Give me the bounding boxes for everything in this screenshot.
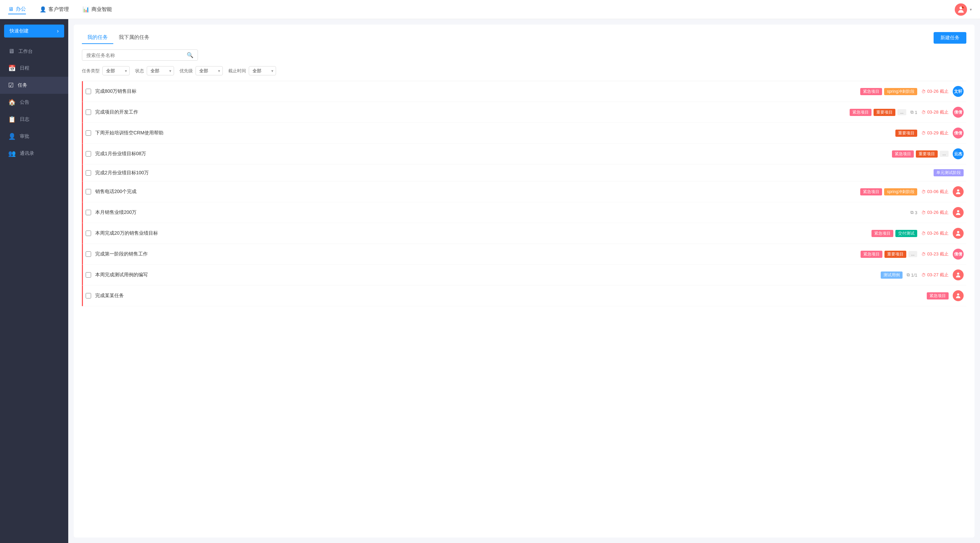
- nav-item-customer[interactable]: 👤 客户管理: [40, 5, 69, 14]
- task-tag[interactable]: 紧急项目: [860, 188, 882, 195]
- nav-item-office[interactable]: 🖥 办公: [8, 5, 26, 14]
- approval-icon: 👤: [8, 133, 16, 140]
- sidebar-item-task[interactable]: ☑ 任务: [0, 77, 68, 94]
- search-input[interactable]: [86, 52, 187, 58]
- filter-group-status: 状态 全部: [135, 66, 174, 75]
- task-name: 本月销售业绩200万: [95, 210, 902, 216]
- user-avatar[interactable]: [955, 3, 967, 16]
- task-tag[interactable]: 重要项目: [916, 151, 938, 157]
- task-avatar[interactable]: 文轩: [953, 86, 964, 97]
- task-panel: 我的任务 我下属的任务 新建任务 🔍 任务类型: [74, 25, 975, 538]
- priority-select[interactable]: 全部: [196, 66, 223, 75]
- task-tag[interactable]: spring冲刺阶段: [884, 188, 917, 195]
- task-avatar[interactable]: [953, 186, 964, 197]
- task-row: 本周完成20万的销售业绩目标紧急项目交付测试⏱ 03-26 截止: [82, 223, 966, 244]
- workbench-icon: 🖥: [8, 48, 14, 55]
- task-tag[interactable]: 紧急项目: [872, 230, 893, 237]
- task-list: 完成800万销售目标紧急项目spring冲刺阶段⏱ 03-26 截止文轩完成项目…: [82, 81, 966, 531]
- customer-icon: 👤: [40, 6, 46, 13]
- office-icon: 🖥: [8, 6, 14, 12]
- task-avatar[interactable]: 倩倩: [953, 249, 964, 260]
- quick-create-button[interactable]: 快速创建 ›: [4, 25, 64, 38]
- sidebar-item-contacts[interactable]: 👥 通讯录: [0, 145, 68, 162]
- sidebar-menu: 🖥 工作台 📅 日程 ☑ 任务 🏠 公告 📋 日志 👤 审批: [0, 43, 68, 162]
- sidebar-item-notice[interactable]: 🏠 公告: [0, 94, 68, 111]
- task-tag[interactable]: 测试用例: [881, 272, 902, 279]
- task-checkbox[interactable]: [86, 89, 91, 94]
- task-row: 完成1月份业绩目标08万紧急项目重要项目...云杰: [82, 144, 966, 164]
- task-avatar[interactable]: [953, 270, 964, 280]
- task-tag[interactable]: 紧急项目: [850, 109, 872, 116]
- nav-items: 🖥 办公 👤 客户管理 📊 商业智能: [8, 5, 955, 14]
- search-bar: 🔍: [82, 49, 198, 61]
- nav-item-bi[interactable]: 📊 商业智能: [83, 5, 112, 14]
- task-tag[interactable]: ...: [940, 151, 948, 157]
- task-tag[interactable]: 紧急项目: [892, 151, 914, 157]
- task-tag[interactable]: 重要项目: [896, 130, 917, 137]
- task-name: 完成1月份业绩目标08万: [95, 151, 888, 157]
- sidebar-item-task-label: 任务: [18, 82, 27, 88]
- status-select[interactable]: 全部: [147, 66, 174, 75]
- task-tag[interactable]: 紧急项目: [927, 292, 948, 300]
- task-avatar[interactable]: 倩倩: [953, 127, 964, 138]
- bi-icon: 📊: [83, 6, 89, 13]
- task-type-select[interactable]: 全部: [102, 66, 130, 75]
- log-icon: 📋: [8, 116, 16, 123]
- task-checkbox[interactable]: [86, 230, 91, 236]
- task-tag[interactable]: 交付测试: [896, 230, 917, 237]
- task-avatar[interactable]: [953, 228, 964, 239]
- svg-point-4: [957, 210, 959, 212]
- tab-subordinate-tasks[interactable]: 我下属的任务: [113, 32, 155, 44]
- clock-icon: ⏱: [921, 231, 926, 236]
- task-avatar[interactable]: 云杰: [953, 148, 964, 159]
- task-avatar[interactable]: [953, 290, 964, 301]
- clock-icon: ⏱: [921, 189, 926, 194]
- task-name: 销售电话200个完成: [95, 189, 856, 195]
- task-row: 本周完成测试用例的编写测试用例⧉ 1/1⏱ 03-27 截止: [82, 265, 966, 286]
- sidebar-item-workbench[interactable]: 🖥 工作台: [0, 43, 68, 60]
- content-area: 我的任务 我下属的任务 新建任务 🔍 任务类型: [68, 19, 980, 543]
- task-name: 本周完成测试用例的编写: [95, 272, 877, 278]
- sidebar-item-schedule[interactable]: 📅 日程: [0, 60, 68, 77]
- subtask-icon: ⧉: [910, 210, 913, 215]
- task-checkbox[interactable]: [86, 130, 91, 136]
- task-checkbox[interactable]: [86, 272, 91, 278]
- task-row: 完成800万销售目标紧急项目spring冲刺阶段⏱ 03-26 截止文轩: [82, 81, 966, 102]
- tabs-row: 我的任务 我下属的任务 新建任务: [82, 32, 966, 44]
- task-checkbox[interactable]: [86, 189, 91, 194]
- new-task-button[interactable]: 新建任务: [934, 32, 966, 44]
- top-nav: 🖥 办公 👤 客户管理 📊 商业智能 ▾: [0, 0, 980, 19]
- filter-group-task-type: 任务类型 全部: [82, 66, 130, 75]
- tab-my-tasks[interactable]: 我的任务: [82, 32, 113, 44]
- task-deadline: ⏱ 03-23 截止: [921, 251, 948, 257]
- task-deadline: ⏱ 03-27 截止: [921, 272, 948, 278]
- task-deadline: ⏱ 03-28 截止: [921, 109, 948, 115]
- task-subtask: ⧉ 1/1: [907, 272, 917, 278]
- nav-label-bi: 商业智能: [91, 6, 112, 13]
- main-layout: 快速创建 › 🖥 工作台 📅 日程 ☑ 任务 🏠 公告 📋 日志: [0, 19, 980, 543]
- task-avatar[interactable]: [953, 207, 964, 218]
- task-tag[interactable]: 重要项目: [873, 109, 896, 116]
- sidebar-item-log[interactable]: 📋 日志: [0, 111, 68, 128]
- sidebar-item-schedule-label: 日程: [20, 65, 29, 71]
- task-checkbox[interactable]: [86, 251, 91, 257]
- task-tag[interactable]: 重要项目: [885, 251, 906, 258]
- sidebar-item-approval[interactable]: 👤 审批: [0, 128, 68, 145]
- task-deadline: ⏱ 03-26 截止: [921, 88, 948, 94]
- contacts-icon: 👥: [8, 150, 16, 157]
- task-name: 完成2月份业绩目标100万: [95, 170, 929, 176]
- task-tag[interactable]: 紧急项目: [861, 251, 882, 258]
- task-checkbox[interactable]: [86, 170, 91, 176]
- task-tag[interactable]: ...: [897, 109, 906, 115]
- task-checkbox[interactable]: [86, 110, 91, 115]
- task-tag[interactable]: 单元测试阶段: [934, 169, 964, 176]
- task-tag[interactable]: ...: [908, 251, 917, 257]
- task-tag[interactable]: 紧急项目: [860, 88, 882, 95]
- task-tag[interactable]: spring冲刺阶段: [884, 88, 917, 95]
- user-dropdown-arrow[interactable]: ▾: [970, 7, 972, 12]
- task-checkbox[interactable]: [86, 293, 91, 298]
- task-checkbox[interactable]: [86, 151, 91, 157]
- deadline-select[interactable]: 全部: [249, 66, 276, 75]
- task-checkbox[interactable]: [86, 210, 91, 215]
- task-avatar[interactable]: 倩倩: [953, 107, 964, 117]
